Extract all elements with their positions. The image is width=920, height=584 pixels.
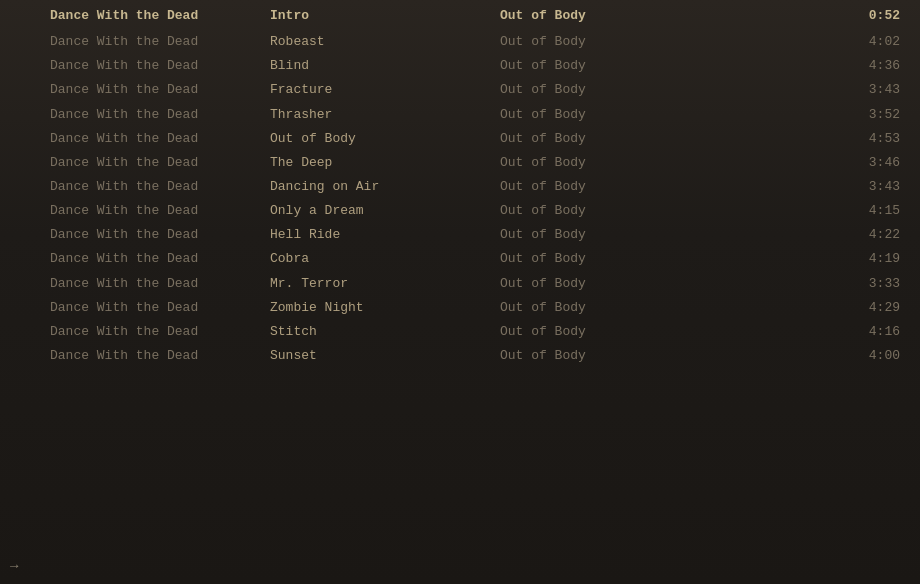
table-row[interactable]: Dance With the DeadOnly a DreamOut of Bo… (0, 199, 920, 223)
track-title: The Deep (270, 153, 500, 173)
track-duration: 4:36 (700, 56, 910, 76)
track-artist: Dance With the Dead (50, 249, 270, 269)
track-album: Out of Body (500, 80, 700, 100)
track-title: Fracture (270, 80, 500, 100)
table-row[interactable]: Dance With the DeadZombie NightOut of Bo… (0, 296, 920, 320)
track-album: Out of Body (500, 322, 700, 342)
track-album: Out of Body (500, 274, 700, 294)
table-row[interactable]: Dance With the DeadOut of BodyOut of Bod… (0, 127, 920, 151)
track-title: Zombie Night (270, 298, 500, 318)
header-album: Out of Body (500, 6, 700, 26)
track-artist: Dance With the Dead (50, 298, 270, 318)
track-album: Out of Body (500, 298, 700, 318)
table-row[interactable]: Dance With the DeadFractureOut of Body3:… (0, 78, 920, 102)
track-artist: Dance With the Dead (50, 225, 270, 245)
track-duration: 3:46 (700, 153, 910, 173)
track-duration: 4:02 (700, 32, 910, 52)
track-artist: Dance With the Dead (50, 201, 270, 221)
track-duration: 3:43 (700, 177, 910, 197)
track-title: Cobra (270, 249, 500, 269)
table-row[interactable]: Dance With the DeadHell RideOut of Body4… (0, 223, 920, 247)
track-title: Thrasher (270, 105, 500, 125)
table-row[interactable]: Dance With the DeadThe DeepOut of Body3:… (0, 151, 920, 175)
bottom-arrow-icon: → (10, 558, 18, 574)
header-title: Intro (270, 6, 500, 26)
track-title: Robeast (270, 32, 500, 52)
track-album: Out of Body (500, 346, 700, 366)
track-artist: Dance With the Dead (50, 153, 270, 173)
table-row[interactable]: Dance With the DeadCobraOut of Body4:19 (0, 247, 920, 271)
track-duration: 3:52 (700, 105, 910, 125)
track-album: Out of Body (500, 129, 700, 149)
track-artist: Dance With the Dead (50, 129, 270, 149)
track-artist: Dance With the Dead (50, 177, 270, 197)
track-duration: 3:43 (700, 80, 910, 100)
track-artist: Dance With the Dead (50, 56, 270, 76)
track-artist: Dance With the Dead (50, 322, 270, 342)
header-artist: Dance With the Dead (50, 6, 270, 26)
track-album: Out of Body (500, 249, 700, 269)
track-album: Out of Body (500, 32, 700, 52)
header-duration: 0:52 (700, 6, 910, 26)
track-title: Blind (270, 56, 500, 76)
table-row[interactable]: Dance With the DeadMr. TerrorOut of Body… (0, 272, 920, 296)
table-header: Dance With the Dead Intro Out of Body 0:… (0, 4, 920, 28)
track-list: Dance With the Dead Intro Out of Body 0:… (0, 0, 920, 372)
track-album: Out of Body (500, 153, 700, 173)
table-row[interactable]: Dance With the DeadDancing on AirOut of … (0, 175, 920, 199)
track-title: Only a Dream (270, 201, 500, 221)
track-duration: 4:15 (700, 201, 910, 221)
table-row[interactable]: Dance With the DeadThrasherOut of Body3:… (0, 103, 920, 127)
track-album: Out of Body (500, 177, 700, 197)
track-artist: Dance With the Dead (50, 274, 270, 294)
track-artist: Dance With the Dead (50, 32, 270, 52)
track-title: Hell Ride (270, 225, 500, 245)
track-duration: 4:16 (700, 322, 910, 342)
track-duration: 4:22 (700, 225, 910, 245)
track-title: Stitch (270, 322, 500, 342)
track-title: Mr. Terror (270, 274, 500, 294)
table-row[interactable]: Dance With the DeadStitchOut of Body4:16 (0, 320, 920, 344)
track-duration: 4:19 (700, 249, 910, 269)
track-artist: Dance With the Dead (50, 105, 270, 125)
table-row[interactable]: Dance With the DeadRobeastOut of Body4:0… (0, 30, 920, 54)
track-album: Out of Body (500, 225, 700, 245)
track-album: Out of Body (500, 105, 700, 125)
track-title: Sunset (270, 346, 500, 366)
track-album: Out of Body (500, 201, 700, 221)
track-artist: Dance With the Dead (50, 346, 270, 366)
track-duration: 4:29 (700, 298, 910, 318)
track-duration: 4:00 (700, 346, 910, 366)
track-title: Dancing on Air (270, 177, 500, 197)
track-artist: Dance With the Dead (50, 80, 270, 100)
table-row[interactable]: Dance With the DeadBlindOut of Body4:36 (0, 54, 920, 78)
track-title: Out of Body (270, 129, 500, 149)
track-duration: 3:33 (700, 274, 910, 294)
table-row[interactable]: Dance With the DeadSunsetOut of Body4:00 (0, 344, 920, 368)
track-duration: 4:53 (700, 129, 910, 149)
track-album: Out of Body (500, 56, 700, 76)
